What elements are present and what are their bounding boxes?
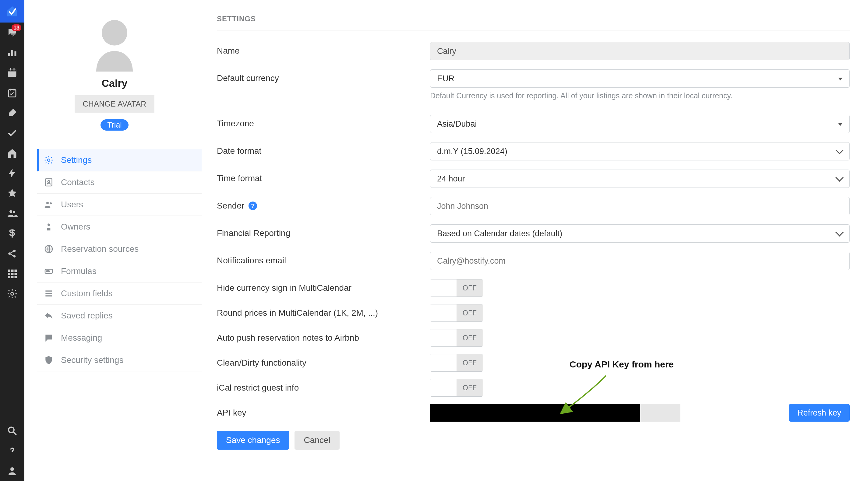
svg-rect-19 [8, 276, 11, 279]
nav-label: Custom fields [61, 289, 113, 298]
help-icon[interactable] [0, 441, 24, 461]
timeformat-label: Time format [217, 169, 430, 187]
finrep-select[interactable]: Based on Calendar dates (default) [430, 224, 850, 243]
svg-point-29 [46, 202, 49, 204]
cancel-button[interactable]: Cancel [294, 431, 339, 450]
currency-help: Default Currency is used for reporting. … [430, 91, 850, 100]
notifemail-label: Notifications email [217, 252, 430, 269]
svg-rect-0 [8, 53, 10, 56]
svg-point-23 [8, 427, 14, 432]
svg-rect-5 [10, 68, 11, 71]
svg-rect-21 [14, 276, 17, 279]
calendar-icon[interactable] [0, 63, 24, 83]
nav-label: Security settings [61, 355, 123, 365]
svg-rect-6 [14, 68, 14, 71]
round-prices-label: Round prices in MultiCalendar (1K, 2M, .… [217, 304, 430, 322]
change-avatar-button[interactable]: CHANGE AVATAR [74, 95, 154, 113]
bolt-icon[interactable] [0, 163, 24, 183]
save-button[interactable]: Save changes [217, 431, 289, 450]
settings-main: SETTINGS Name Default currency EUR Defau… [205, 0, 868, 481]
notifemail-field[interactable] [430, 252, 850, 270]
finrep-label: Financial Reporting [217, 224, 430, 242]
svg-point-24 [10, 467, 14, 471]
users-group-icon[interactable] [0, 203, 24, 223]
nav-users[interactable]: Users [37, 194, 202, 216]
nav-label: Reservation sources [61, 244, 138, 254]
autopush-toggle[interactable]: OFF [430, 329, 483, 347]
nav-reservation-sources[interactable]: Reservation sources [37, 238, 202, 260]
chat-badge: 13 [11, 24, 21, 31]
round-prices-toggle[interactable]: OFF [430, 304, 483, 322]
gear-icon[interactable] [0, 284, 24, 304]
svg-rect-13 [8, 270, 11, 272]
svg-point-30 [50, 202, 52, 204]
svg-rect-14 [11, 270, 14, 272]
chart-bar-icon[interactable] [0, 43, 24, 63]
svg-point-28 [48, 181, 50, 183]
ical-toggle[interactable]: OFF [430, 379, 483, 397]
nav-label: Owners [61, 222, 90, 232]
cleandirty-label: Clean/Dirty functionality [217, 354, 430, 372]
nav-owners[interactable]: Owners [37, 216, 202, 238]
svg-rect-4 [8, 70, 17, 71]
profile-panel: Calry CHANGE AVATAR Trial Settings Conta… [24, 0, 205, 481]
svg-point-31 [48, 223, 50, 226]
name-field[interactable] [430, 42, 850, 60]
svg-point-8 [9, 211, 12, 213]
nav-saved-replies[interactable]: Saved replies [37, 305, 202, 327]
nav-formulas[interactable]: Formulas [37, 260, 202, 283]
hide-currency-label: Hide currency sign in MultiCalendar [217, 279, 430, 297]
star-icon[interactable] [0, 183, 24, 203]
svg-rect-2 [14, 52, 17, 57]
trial-badge: Trial [100, 119, 128, 131]
home-icon[interactable] [0, 143, 24, 163]
svg-point-22 [11, 293, 14, 295]
nav-security-settings[interactable]: Security settings [37, 349, 202, 372]
sender-help-icon[interactable]: ? [249, 201, 257, 210]
nav-custom-fields[interactable]: Custom fields [37, 283, 202, 305]
svg-point-35 [48, 270, 49, 272]
nav-label: Settings [61, 155, 92, 165]
currency-select[interactable]: EUR [430, 69, 850, 88]
nav-settings[interactable]: Settings [37, 149, 202, 171]
svg-point-34 [46, 270, 48, 272]
svg-rect-20 [11, 276, 14, 279]
timezone-select[interactable]: Asia/Dubai [430, 115, 850, 133]
svg-rect-1 [11, 50, 13, 56]
search-icon[interactable] [0, 421, 24, 441]
hide-currency-toggle[interactable]: OFF [430, 279, 483, 297]
task-calendar-icon[interactable] [0, 83, 24, 103]
section-title: SETTINGS [217, 14, 850, 30]
name-label: Name [217, 42, 430, 60]
org-name: Calry [101, 77, 127, 89]
timeformat-select[interactable]: 24 hour [430, 169, 850, 188]
logo-icon[interactable] [0, 0, 24, 23]
ical-label: iCal restrict guest info [217, 379, 430, 397]
user-account-icon[interactable] [0, 461, 24, 481]
sender-field[interactable] [430, 197, 850, 215]
brush-icon[interactable] [0, 103, 24, 123]
share-icon[interactable] [0, 244, 24, 264]
settings-side-nav: Settings Contacts Users Owners Reservati… [37, 149, 202, 372]
currency-label: Default currency [217, 69, 430, 87]
cleandirty-toggle[interactable]: OFF [430, 354, 483, 372]
svg-rect-17 [11, 273, 14, 275]
dateformat-select[interactable]: d.m.Y (15.09.2024) [430, 142, 850, 160]
nav-messaging[interactable]: Messaging [37, 327, 202, 349]
check-icon[interactable] [0, 123, 24, 143]
apikey-label: API key [217, 404, 430, 422]
apps-grid-icon[interactable] [0, 264, 24, 284]
chat-icon[interactable]: 13 [0, 23, 24, 43]
api-key-value[interactable] [430, 404, 640, 422]
api-key-ext [640, 404, 680, 422]
nav-label: Contacts [61, 178, 95, 187]
svg-rect-18 [14, 273, 17, 275]
dollar-icon[interactable] [0, 223, 24, 244]
refresh-key-button[interactable]: Refresh key [789, 404, 850, 422]
svg-rect-16 [8, 273, 11, 275]
nav-contacts[interactable]: Contacts [37, 171, 202, 194]
svg-point-26 [48, 159, 50, 161]
svg-point-25 [102, 20, 127, 46]
avatar-placeholder [90, 12, 139, 73]
icon-sidebar: 13 [0, 0, 24, 481]
